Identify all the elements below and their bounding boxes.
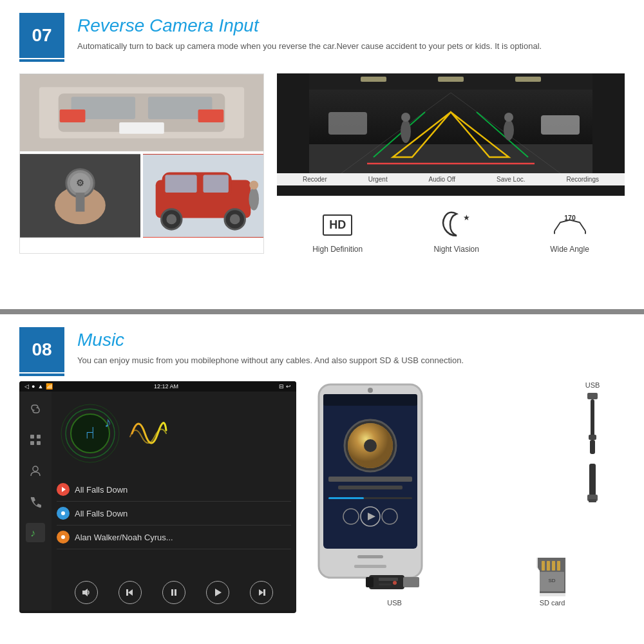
- svg-point-42: [504, 113, 513, 122]
- sd-card-item: SD SD card: [536, 558, 569, 607]
- track-item-3[interactable]: Alan Walker/Noah Cyrus...: [57, 526, 291, 549]
- svg-rect-63: [126, 589, 128, 596]
- toolbar-recoder: Recoder: [303, 176, 327, 183]
- android-statusbar: ◁ ● ▲ 📶 12:12 AM ⊟ ↩: [19, 381, 296, 392]
- hd-label: High Definition: [312, 245, 363, 254]
- svg-rect-7: [119, 122, 164, 134]
- toolbar-audio-off: Audio Off: [429, 176, 456, 183]
- track-item-2[interactable]: All Falls Down: [57, 502, 291, 526]
- svg-point-40: [401, 113, 410, 122]
- sidebar-icon-link[interactable]: [26, 399, 45, 419]
- svg-rect-50: [37, 441, 41, 445]
- svg-rect-103: [557, 561, 560, 571]
- music-visual-area: ⑁ ♪: [52, 392, 296, 475]
- right-camera-panel: Recoder Urgent Audio Off Save Loc. Recor…: [277, 73, 625, 254]
- svg-point-41: [504, 120, 514, 140]
- svg-rect-97: [379, 578, 398, 581]
- svg-rect-101: [547, 561, 550, 571]
- section-08: 08 Music You can enjoy music from you mo…: [0, 314, 644, 644]
- svg-text:★: ★: [463, 213, 470, 222]
- svg-rect-30: [309, 144, 592, 173]
- car-back-image: [20, 74, 263, 151]
- car-images-grid: ⚙: [19, 73, 264, 254]
- sidebar-icon-music[interactable]: ♪: [26, 523, 45, 542]
- svg-rect-38: [541, 115, 580, 135]
- svg-rect-98: [379, 583, 392, 585]
- sidebar-icon-contacts[interactable]: [26, 461, 45, 480]
- sd-card-label: SD card: [540, 599, 565, 607]
- svg-rect-84: [338, 486, 402, 489]
- wide-angle-icon: 170: [551, 209, 589, 241]
- night-label: Night Viasion: [433, 245, 479, 254]
- svg-rect-47: [30, 435, 34, 439]
- svg-rect-68: [263, 589, 265, 596]
- svg-rect-95: [366, 577, 374, 587]
- track-name-3: Alan Walker/Noah Cyrus...: [75, 533, 173, 542]
- svg-rect-94: [369, 575, 404, 589]
- svg-rect-37: [328, 112, 367, 135]
- svg-rect-86: [328, 497, 364, 499]
- section-08-title: Music: [77, 330, 464, 350]
- section-07-body: ⚙: [19, 73, 625, 254]
- svg-marker-66: [215, 589, 222, 596]
- svg-marker-67: [259, 589, 263, 596]
- pause-button[interactable]: [162, 581, 185, 604]
- section-07-desc: Automatically turn to back up camera mod…: [77, 40, 542, 53]
- prev-button[interactable]: [118, 581, 142, 604]
- svg-point-23: [249, 187, 259, 210]
- usb-drive-item: USB: [366, 567, 424, 607]
- section-08-number: 08: [19, 327, 64, 372]
- track-dot-1: [57, 483, 70, 496]
- android-sidebar: ♪: [19, 392, 52, 611]
- android-screen: ◁ ● ▲ 📶 12:12 AM ⊟ ↩: [19, 381, 296, 613]
- svg-rect-49: [30, 441, 34, 445]
- svg-point-59: [61, 511, 65, 515]
- svg-marker-61: [82, 589, 88, 596]
- svg-rect-17: [165, 175, 196, 193]
- svg-marker-62: [128, 589, 133, 596]
- track-item-1[interactable]: All Falls Down: [57, 478, 291, 502]
- svg-rect-29: [515, 77, 541, 82]
- section-07: 07 Reverse Camera Input Automatically tu…: [0, 0, 644, 309]
- svg-rect-83: [328, 477, 412, 482]
- section-07-title: Reverse Camera Input: [77, 15, 542, 36]
- android-music-content: ⑁ ♪: [52, 392, 296, 611]
- volume-button[interactable]: [75, 581, 98, 604]
- track-dot-2: [57, 507, 70, 520]
- usb-drive-label: USB: [387, 599, 402, 607]
- toolbar-recordings: Recordings: [566, 176, 599, 183]
- sidebar-icon-apps[interactable]: [26, 430, 45, 450]
- svg-rect-5: [60, 109, 86, 122]
- svg-text:♪: ♪: [30, 527, 35, 538]
- svg-rect-100: [542, 561, 545, 571]
- section-08-header: 08 Music You can enjoy music from you mo…: [19, 327, 625, 372]
- section-08-body: ◁ ● ▲ 📶 12:12 AM ⊟ ↩: [19, 381, 625, 613]
- statusbar-time: 12:12 AM: [154, 383, 178, 390]
- feature-night: ★ Night Viasion: [433, 209, 479, 254]
- play-button[interactable]: [206, 581, 229, 604]
- feature-wide-angle: 170 Wide Angle: [550, 209, 589, 254]
- camera-toolbar: Recoder Urgent Audio Off Save Loc. Recor…: [277, 173, 625, 185]
- statusbar-right: ⊟ ↩: [279, 383, 291, 390]
- svg-marker-58: [62, 487, 66, 492]
- usb-top-label: USB: [585, 381, 600, 389]
- svg-rect-70: [591, 399, 594, 438]
- track-name-1: All Falls Down: [75, 485, 128, 495]
- red-car-image: [143, 154, 263, 238]
- toolbar-urgent: Urgent: [368, 176, 388, 183]
- svg-rect-6: [198, 109, 224, 122]
- sidebar-icon-phone[interactable]: [26, 492, 45, 511]
- svg-point-39: [401, 120, 411, 143]
- svg-point-22: [230, 214, 240, 225]
- feature-hd: HD High Definition: [312, 209, 363, 254]
- svg-rect-96: [403, 577, 419, 587]
- section-divider: [0, 309, 644, 314]
- track-dot-3: [57, 531, 70, 544]
- svg-text:♪: ♪: [104, 414, 111, 430]
- next-button[interactable]: [250, 581, 273, 604]
- track-list: All Falls Down All Falls Down: [52, 475, 296, 574]
- svg-point-51: [33, 466, 38, 471]
- svg-point-99: [393, 581, 397, 585]
- phone-mockup: [316, 381, 425, 583]
- svg-rect-69: [587, 393, 598, 399]
